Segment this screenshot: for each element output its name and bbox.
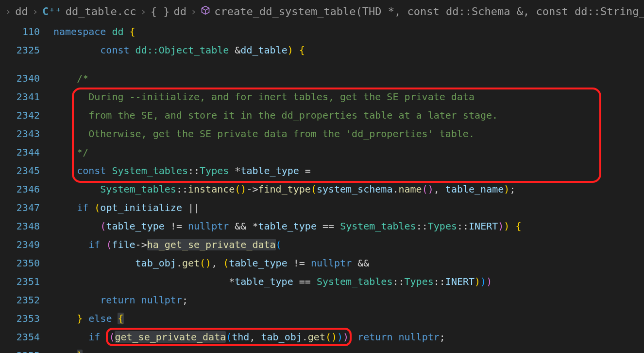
code-line[interactable]: 2351 *table_type == System_tables::Types… — [0, 272, 644, 291]
code-text: During --initialize, and for inert table… — [53, 88, 644, 106]
annotation-call-highlight: (get_se_private_data(thd, tab_obj.get())… — [106, 328, 352, 346]
namespace-icon: { } — [151, 5, 170, 18]
code-text: /* — [53, 69, 644, 88]
code-line[interactable]: 2345 const System_tables::Types *table_t… — [0, 161, 644, 180]
chevron-right-icon: › — [140, 5, 146, 18]
code-editor[interactable]: 110 namespace dd { 2325 const dd::Object… — [0, 22, 644, 353]
cpp-file-icon: C⁺⁺ — [42, 5, 62, 18]
code-line[interactable]: 2354 if (get_se_private_data(thd, tab_ob… — [0, 328, 644, 346]
line-number: 2350 — [0, 254, 53, 272]
chevron-right-icon: › — [32, 5, 38, 18]
line-number: 2325 — [0, 41, 53, 59]
line-number: 2348 — [0, 217, 53, 235]
code-text: namespace dd { — [53, 22, 644, 41]
line-number: 2342 — [0, 106, 53, 124]
code-text: if (file->ha_get_se_private_data( — [53, 235, 644, 254]
line-number: 2351 — [0, 272, 53, 291]
breadcrumb[interactable]: › dd › C⁺⁺ dd_table.cc › { } dd › create… — [0, 0, 644, 22]
sticky-line-110[interactable]: 110 namespace dd { — [0, 22, 644, 41]
code-text: const dd::Object_table &dd_table) { — [53, 41, 644, 59]
chevron-right-icon: › — [5, 5, 11, 18]
breadcrumb-function[interactable]: create_dd_system_table(THD *, const dd::… — [214, 5, 644, 18]
code-text: return nullptr; — [53, 291, 644, 309]
code-line[interactable]: 2348 (table_type != nullptr && *table_ty… — [0, 217, 644, 235]
line-number: 2354 — [0, 328, 53, 346]
line-number: 2345 — [0, 161, 53, 180]
code-text: const System_tables::Types *table_type = — [53, 161, 644, 180]
line-number: 2340 — [0, 69, 53, 88]
code-text: tab_obj.get(), (table_type != nullptr && — [53, 254, 644, 272]
line-number: 2341 — [0, 88, 53, 106]
code-line[interactable]: 2347 if (opt_initialize || — [0, 198, 644, 217]
code-line[interactable]: 2344 */ — [0, 143, 644, 161]
code-text: from the SE, and store it in the dd_prop… — [53, 106, 644, 124]
code-text: *table_type == System_tables::Types::INE… — [53, 272, 644, 291]
code-line[interactable]: 2353 } else { — [0, 309, 644, 328]
line-number: 2355 — [0, 346, 53, 353]
code-line[interactable]: 2346 System_tables::instance()->find_typ… — [0, 180, 644, 198]
code-text: */ — [53, 143, 644, 161]
chevron-right-icon: › — [190, 5, 197, 18]
sticky-line-2325[interactable]: 2325 const dd::Object_table &dd_table) { — [0, 41, 644, 59]
code-text: } else { — [53, 309, 644, 328]
code-line[interactable]: 2341 During --initialize, and for inert … — [0, 88, 644, 106]
code-line[interactable]: 2343 Otherwise, get the SE private data … — [0, 124, 644, 143]
line-number: 2349 — [0, 235, 53, 254]
line-number: 2347 — [0, 198, 53, 217]
line-number: 2346 — [0, 180, 53, 198]
code-line[interactable]: 2340 /* — [0, 69, 644, 88]
line-number: 110 — [0, 22, 53, 41]
breadcrumb-folder[interactable]: dd — [15, 5, 28, 18]
line-number: 2343 — [0, 124, 53, 143]
line-number: 2353 — [0, 309, 53, 328]
code-text: } — [53, 346, 644, 353]
code-line[interactable]: 2349 if (file->ha_get_se_private_data( — [0, 235, 644, 254]
breadcrumb-namespace[interactable]: dd — [173, 5, 186, 18]
code-text: (table_type != nullptr && *table_type ==… — [53, 217, 644, 235]
function-icon — [201, 5, 210, 18]
breadcrumb-file[interactable]: dd_table.cc — [66, 5, 136, 18]
line-number: 2344 — [0, 143, 53, 161]
line-number: 2352 — [0, 291, 53, 309]
code-text: Otherwise, get the SE private data from … — [53, 124, 644, 143]
code-text: System_tables::instance()->find_type(sys… — [53, 180, 644, 198]
code-line[interactable]: 2352 return nullptr; — [0, 291, 644, 309]
code-line[interactable]: 2350 tab_obj.get(), (table_type != nullp… — [0, 254, 644, 272]
code-line[interactable]: 2355 } — [0, 346, 644, 353]
code-line[interactable]: 2342 from the SE, and store it in the dd… — [0, 106, 644, 124]
code-text: if (opt_initialize || — [53, 198, 644, 217]
code-text: if (get_se_private_data(thd, tab_obj.get… — [53, 328, 644, 346]
